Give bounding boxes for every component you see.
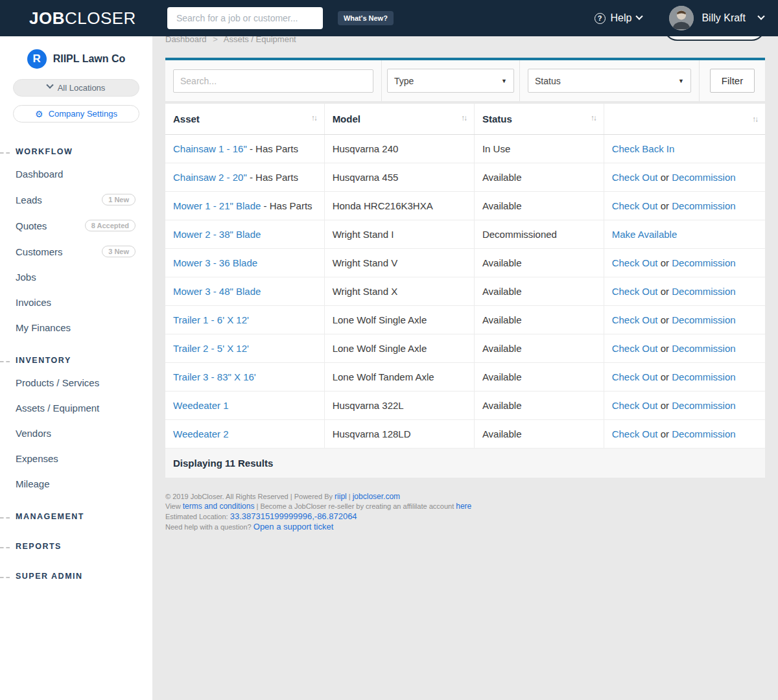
status-select[interactable]: Status ▼ — [528, 69, 691, 93]
asset-link[interactable]: Trailer 2 - 5' X 12' — [173, 343, 249, 354]
asset-link[interactable]: Mower 1 - 21" Blade — [173, 200, 261, 211]
sidebar-item-label: Invoices — [16, 297, 51, 308]
sidebar-item-leads[interactable]: Leads1 New — [0, 187, 152, 213]
sort-icon[interactable]: ↑↓ — [591, 113, 596, 122]
sidebar-item-my-finances[interactable]: My Finances — [0, 315, 152, 340]
model-cell: Husqvarna 240 — [324, 135, 474, 163]
company-identity: R RIIPL Lawn Co — [13, 49, 139, 69]
asset-suffix: - Has Parts — [261, 200, 312, 211]
action-link-check-out[interactable]: Check Out — [612, 371, 658, 382]
footer-line: View terms and conditions | Become a Job… — [165, 502, 765, 511]
sidebar-item-label: Expenses — [16, 453, 58, 464]
model-cell: Wright Stand X — [324, 277, 474, 306]
sidebar-item-label: Jobs — [16, 272, 36, 283]
action-link-decommission[interactable]: Decommission — [672, 343, 735, 354]
status-cell: Available — [474, 249, 604, 277]
filter-button[interactable]: Filter — [710, 69, 755, 93]
action-separator: or — [658, 400, 672, 411]
action-link-check-out[interactable]: Check Out — [612, 400, 658, 411]
sidebar-nav: WORKFLOWDashboardLeads1 NewQuotes8 Accep… — [0, 139, 152, 586]
column-header-model[interactable]: Model ↑↓ — [324, 104, 474, 135]
status-cell: Available — [474, 363, 604, 391]
column-header-actions[interactable]: ↑↓ — [604, 104, 765, 135]
model-cell: Honda HRC216K3HXA — [324, 192, 474, 220]
column-header-asset[interactable]: Asset ↑↓ — [165, 104, 324, 135]
action-link-decommission[interactable]: Decommission — [672, 200, 735, 211]
table-row: Trailer 1 - 6' X 12'Lone Wolf Single Axl… — [165, 306, 765, 334]
type-select[interactable]: Type ▼ — [387, 69, 514, 93]
sort-icon[interactable]: ↑↓ — [461, 113, 466, 122]
app-logo[interactable]: JOBCLOSER — [29, 8, 136, 29]
footer-link-terms-and-conditions[interactable]: terms and conditions — [183, 502, 255, 511]
company-settings-button[interactable]: ⚙ Company Settings — [13, 105, 139, 122]
model-cell: Lone Wolf Single Axle — [324, 306, 474, 334]
footer-link-riipl[interactable]: riipl — [335, 492, 347, 501]
action-link-check-out[interactable]: Check Out — [612, 172, 658, 183]
asset-link[interactable]: Trailer 3 - 83" X 16' — [173, 371, 256, 382]
model-cell: Wright Stand V — [324, 249, 474, 277]
action-link-make-available[interactable]: Make Available — [612, 229, 678, 240]
sort-icon[interactable]: ↑↓ — [752, 115, 757, 124]
footer-link-33-387315199999996-86-872064[interactable]: 33.387315199999996,-86.872064 — [230, 511, 357, 521]
footer-link-here[interactable]: here — [456, 502, 471, 511]
count-badge: 3 New — [102, 246, 136, 257]
user-menu[interactable]: Billy Kraft — [669, 6, 764, 30]
table-search-input[interactable] — [173, 69, 373, 93]
action-link-check-out[interactable]: Check Out — [612, 200, 658, 211]
asset-link[interactable]: Mower 3 - 48" Blade — [173, 286, 261, 297]
action-link-decommission[interactable]: Decommission — [672, 286, 735, 297]
help-menu[interactable]: ? Help — [595, 12, 642, 24]
sidebar-item-mileage[interactable]: Mileage — [0, 471, 152, 496]
asset-link[interactable]: Weedeater 2 — [173, 428, 229, 439]
sort-icon[interactable]: ↑↓ — [311, 113, 316, 122]
action-separator: or — [658, 200, 672, 211]
sidebar-item-dashboard[interactable]: Dashboard — [0, 161, 152, 187]
action-link-decommission[interactable]: Decommission — [672, 400, 735, 411]
sidebar-item-assets-equipment[interactable]: Assets / Equipment — [0, 395, 152, 421]
action-link-check-out[interactable]: Check Out — [612, 257, 658, 268]
table-row: Mower 1 - 21" Blade - Has PartsHonda HRC… — [165, 192, 765, 220]
action-link-check-back-in[interactable]: Check Back In — [612, 143, 675, 154]
action-link-decommission[interactable]: Decommission — [672, 314, 735, 325]
footer-link-jobcloser-com[interactable]: jobcloser.com — [353, 492, 400, 501]
sidebar-section-inventory: INVENTORY — [0, 348, 152, 370]
asset-link[interactable]: Mower 2 - 38" Blade — [173, 229, 261, 240]
help-icon: ? — [595, 13, 606, 24]
table-row: Trailer 2 - 5' X 12'Lone Wolf Single Axl… — [165, 334, 765, 363]
sidebar-item-label: Customers — [16, 246, 63, 257]
sidebar-item-products-services[interactable]: Products / Services — [0, 370, 152, 395]
column-header-status[interactable]: Status ↑↓ — [474, 104, 604, 135]
asset-link[interactable]: Weedeater 1 — [173, 400, 229, 411]
action-link-decommission[interactable]: Decommission — [672, 428, 735, 439]
global-search-input[interactable] — [167, 7, 323, 29]
table-row: Trailer 3 - 83" X 16'Lone Wolf Tandem Ax… — [165, 363, 765, 391]
table-row: Weedeater 1Husqvarna 322LAvailableCheck … — [165, 391, 765, 420]
all-locations-dropdown[interactable]: All Locations — [13, 79, 139, 97]
action-link-decommission[interactable]: Decommission — [672, 371, 735, 382]
sidebar-item-vendors[interactable]: Vendors — [0, 421, 152, 446]
asset-link[interactable]: Chainsaw 1 - 16" — [173, 143, 247, 154]
whats-new-button[interactable]: What's New? — [338, 11, 394, 25]
sidebar-item-customers[interactable]: Customers3 New — [0, 239, 152, 264]
sidebar-item-expenses[interactable]: Expenses — [0, 446, 152, 471]
footer-line: Need help with a question? Open a suppor… — [165, 522, 765, 532]
actions-cell: Check Out or Decommission — [604, 277, 765, 306]
asset-link[interactable]: Trailer 1 - 6' X 12' — [173, 314, 249, 325]
table-row: Mower 3 - 36 BladeWright Stand VAvailabl… — [165, 249, 765, 277]
action-link-decommission[interactable]: Decommission — [672, 172, 735, 183]
table-row: Chainsaw 2 - 20" - Has PartsHusqvarna 45… — [165, 163, 765, 192]
footer-link-open-a-support-ticket[interactable]: Open a support ticket — [253, 522, 334, 531]
sidebar-item-quotes[interactable]: Quotes8 Accepted — [0, 213, 152, 239]
model-cell: Husqvarna 322L — [324, 391, 474, 420]
action-link-check-out[interactable]: Check Out — [612, 314, 658, 325]
action-link-decommission[interactable]: Decommission — [672, 257, 735, 268]
asset-link[interactable]: Chainsaw 2 - 20" — [173, 172, 247, 183]
sidebar-item-invoices[interactable]: Invoices — [0, 290, 152, 315]
action-link-check-out[interactable]: Check Out — [612, 286, 658, 297]
asset-link[interactable]: Mower 3 - 36 Blade — [173, 257, 257, 268]
action-link-check-out[interactable]: Check Out — [612, 343, 658, 354]
status-cell: Available — [474, 391, 604, 420]
sidebar-item-jobs[interactable]: Jobs — [0, 264, 152, 290]
sidebar-item-label: Products / Services — [16, 377, 99, 388]
action-link-check-out[interactable]: Check Out — [612, 428, 658, 439]
